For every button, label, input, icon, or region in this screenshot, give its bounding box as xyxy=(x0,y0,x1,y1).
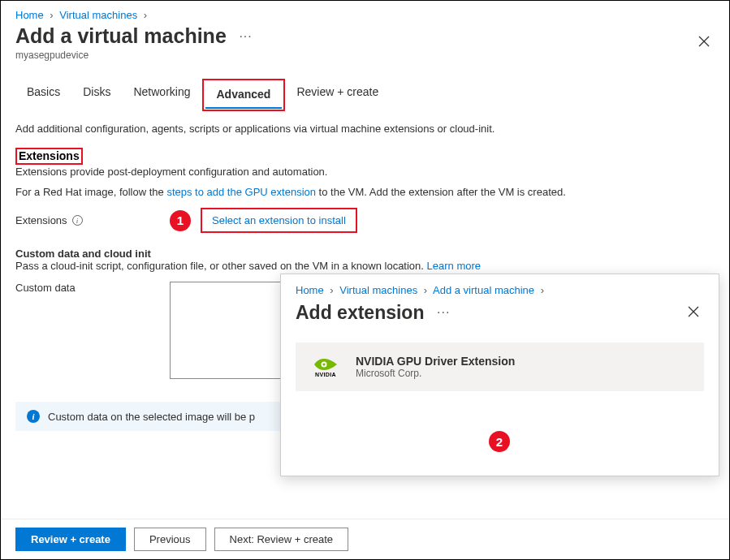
advanced-description: Add additional configuration, agents, sc… xyxy=(15,123,715,135)
breadcrumb: Home › Virtual machines › xyxy=(1,1,729,24)
extensions-label: Extensions i xyxy=(15,214,170,226)
extension-title: NVIDIA GPU Driver Extension xyxy=(356,355,515,368)
extensions-field-row: Extensions i 1 Select an extension to in… xyxy=(15,208,715,233)
info-banner-text: Custom data on the selected image will b… xyxy=(48,411,255,423)
extension-vendor: Microsoft Corp. xyxy=(356,368,515,379)
tab-advanced[interactable]: Advanced xyxy=(205,81,283,109)
next-button[interactable]: Next: Review + create xyxy=(214,528,349,551)
svg-point-5 xyxy=(322,363,325,365)
extension-card-nvidia[interactable]: NVIDIA NVIDIA GPU Driver Extension Micro… xyxy=(296,342,704,391)
title-row: Add a virtual machine ··· myasegpudevice xyxy=(1,24,729,61)
extensions-label-text: Extensions xyxy=(15,214,67,226)
close-icon[interactable] xyxy=(693,29,715,56)
redhat-note: For a Red Hat image, follow the steps to… xyxy=(15,186,715,198)
extensions-desc: Extensions provide post-deployment confi… xyxy=(15,166,715,178)
info-icon: i xyxy=(27,410,40,423)
overlay-bc-home[interactable]: Home xyxy=(296,284,324,296)
nvidia-logo-icon: NVIDIA xyxy=(309,354,343,380)
tabs: Basics Disks Networking Advanced Review … xyxy=(15,79,715,111)
tab-basics[interactable]: Basics xyxy=(15,79,71,111)
callout-1: 1 xyxy=(170,210,191,231)
overlay-bc-vms[interactable]: Virtual machines xyxy=(339,284,417,296)
select-extension-link[interactable]: Select an extension to install xyxy=(201,208,357,233)
tab-advanced-highlight: Advanced xyxy=(202,79,286,111)
overlay-breadcrumb: Home › Virtual machines › Add a virtual … xyxy=(296,282,704,299)
tab-disks[interactable]: Disks xyxy=(71,79,122,111)
gpu-extension-link[interactable]: steps to add the GPU extension xyxy=(166,186,316,198)
tab-networking[interactable]: Networking xyxy=(122,79,201,111)
chevron-right-icon: › xyxy=(50,9,53,21)
chevron-right-icon: › xyxy=(424,284,427,296)
page-subtitle: myasegpudevice xyxy=(15,50,89,61)
custom-data-desc: Pass a cloud-init script, configuration … xyxy=(15,260,715,272)
page-title: Add a virtual machine xyxy=(15,24,227,48)
more-actions-icon[interactable]: ··· xyxy=(239,29,252,43)
nvidia-logo-text: NVIDIA xyxy=(315,372,336,377)
custom-desc-prefix: Pass a cloud-init script, configuration … xyxy=(15,260,427,272)
breadcrumb-home[interactable]: Home xyxy=(15,9,44,21)
breadcrumb-vms[interactable]: Virtual machines xyxy=(59,9,137,21)
overlay-more-icon[interactable]: ··· xyxy=(437,305,450,319)
redhat-prefix: For a Red Hat image, follow the xyxy=(15,186,166,198)
chevron-right-icon: › xyxy=(144,9,147,21)
custom-data-label: Custom data xyxy=(15,282,170,294)
overlay-bc-add[interactable]: Add a virtual machine xyxy=(433,284,534,296)
chevron-right-icon: › xyxy=(330,284,333,296)
footer: Review + create Previous Next: Review + … xyxy=(1,519,729,559)
review-create-button[interactable]: Review + create xyxy=(15,528,126,551)
redhat-suffix: to the VM. Add the extension after the V… xyxy=(316,186,566,198)
learn-more-link[interactable]: Learn more xyxy=(427,260,481,272)
extensions-heading: Extensions xyxy=(19,149,80,162)
tab-review[interactable]: Review + create xyxy=(285,79,390,111)
add-extension-panel: Home › Virtual machines › Add a virtual … xyxy=(280,274,719,476)
callout-2: 2 xyxy=(489,431,510,452)
overlay-close-icon[interactable] xyxy=(683,299,704,326)
custom-data-heading: Custom data and cloud init xyxy=(15,248,715,260)
info-icon[interactable]: i xyxy=(72,215,83,226)
overlay-title: Add extension xyxy=(296,302,424,324)
previous-button[interactable]: Previous xyxy=(134,528,206,551)
extensions-heading-highlight: Extensions xyxy=(15,148,83,165)
chevron-right-icon: › xyxy=(541,284,544,296)
